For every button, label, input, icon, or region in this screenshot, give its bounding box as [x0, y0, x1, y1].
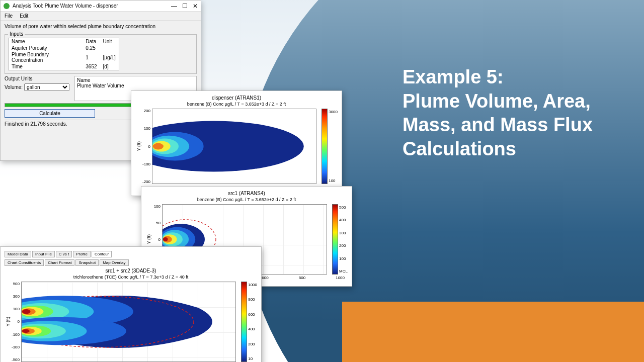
inputs-group: Inputs Name Data Unit Aquifer Porosity 0… [5, 34, 197, 74]
plot-src1-src2-3dade3: Model Data Input File C vs t Profile Con… [0, 246, 262, 362]
slide-title-line1: Example 5: [403, 65, 619, 89]
table-header-row: Name Data Unit [9, 38, 119, 45]
plot2-colorbar [332, 204, 338, 275]
subtab-chart-format[interactable]: Chart Format [45, 259, 74, 266]
plot2-colorbar-ticks: 500400300200100MCL [338, 204, 348, 275]
result-row-name: Plume Water Volume [77, 83, 194, 88]
plot-dispenser-atrans1: dispenser (ATRANS1) benzene (B) Conc µg/… [131, 90, 342, 196]
tab-cvst[interactable]: C vs t [56, 251, 72, 257]
slide-title-line2: Plume Volume, Area, Mass, and Mass Flux … [403, 89, 619, 161]
menu-file[interactable]: File [5, 13, 13, 19]
menubar: File Edit [1, 12, 201, 21]
tab-model-data[interactable]: Model Data [5, 251, 31, 257]
col-data: Data [83, 38, 100, 45]
plot3-yticks: 5003001000-100-300-500 [12, 282, 21, 362]
svg-point-21 [22, 309, 31, 314]
slide-title: Example 5: Plume Volume, Area, Mass, and… [403, 65, 619, 161]
tab-contour[interactable]: Contour [92, 251, 112, 257]
minimize-button[interactable]: — [171, 3, 177, 10]
tool-description: Volume of pore water within selected plu… [1, 21, 201, 32]
table-row[interactable]: Plume Boundary Concentration 1 [µg/L] [9, 51, 119, 63]
output-legend: Output Units [5, 76, 69, 81]
plot2-subtitle: benzene (B) Conc µg/L / T = 3.652e+2 d /… [145, 197, 348, 202]
tab-profile[interactable]: Profile [73, 251, 91, 257]
background-orange-band [342, 302, 644, 362]
window-titlebar: Analysis Tool: Plume Water Volume - disp… [1, 1, 201, 12]
plot1-yticks: 2001000-100-200 [142, 109, 152, 184]
plot1-colorbar-ticks: 3000100 [328, 109, 338, 184]
plot3-ylabel: Y (ft) [5, 317, 12, 326]
svg-point-28 [22, 329, 30, 333]
app-logo-icon [4, 3, 10, 9]
plot2-title: src1 (ATRANS4) [145, 191, 348, 196]
col-unit: Unit [100, 38, 119, 45]
plot1-subtitle: benzene (B) Conc µg/L / T = 3.652e+3 d /… [135, 102, 338, 107]
calculate-button[interactable]: Calculate [5, 109, 95, 118]
plot3-title: src1 + src2 (3DADE-3) [5, 268, 257, 274]
output-units-group: Output Units Volume: gallon [5, 76, 69, 91]
inputs-legend: Inputs [8, 31, 25, 37]
close-button[interactable]: ✕ [193, 3, 198, 10]
plot2-ylabel: Y (ft) [145, 234, 152, 244]
plot1-ylabel: Y (ft) [135, 141, 142, 151]
table-row[interactable]: Time 3652 [d] [9, 63, 119, 70]
plot1-title: dispenser (ATRANS1) [135, 95, 338, 101]
svg-point-5 [153, 143, 164, 149]
plot1-plume-icon [152, 109, 316, 184]
plot3-sub-tabs: Chart Constituents Chart Format Snapshot… [5, 259, 257, 266]
plot3-main-tabs: Model Data Input File C vs t Profile Con… [5, 251, 257, 257]
plot3-colorbar [241, 282, 247, 362]
subtab-map-overlay[interactable]: Map Overlay [100, 259, 128, 266]
subtab-chart-constituents[interactable]: Chart Constituents [5, 259, 44, 266]
plot3-subtitle: trichloroethene (TCE) Conc µg/L / T = 7.… [5, 275, 257, 280]
table-row[interactable]: Aquifer Porosity 0.25 [9, 45, 119, 51]
maximize-button[interactable]: ☐ [182, 3, 188, 10]
plot1-axes[interactable] [152, 109, 316, 184]
window-title: Analysis Tool: Plume Water Volume - disp… [13, 3, 171, 9]
subtab-snapshot[interactable]: Snapshot [75, 259, 99, 266]
volume-unit-select[interactable]: gallon [24, 83, 69, 91]
plot3-plume-icon [22, 282, 235, 361]
plot1-colorbar [321, 109, 328, 184]
volume-label: Volume: [5, 84, 23, 90]
inputs-table: Name Data Unit Aquifer Porosity 0.25 Plu… [8, 38, 119, 70]
tab-input-file[interactable]: Input File [32, 251, 55, 257]
plot3-colorbar-ticks: 100080060040020010 [247, 282, 257, 362]
svg-point-13 [163, 237, 168, 241]
col-name: Name [9, 38, 83, 45]
result-col-name: Name [77, 77, 91, 83]
plot3-axes[interactable] [21, 282, 236, 362]
menu-edit[interactable]: Edit [20, 13, 28, 19]
